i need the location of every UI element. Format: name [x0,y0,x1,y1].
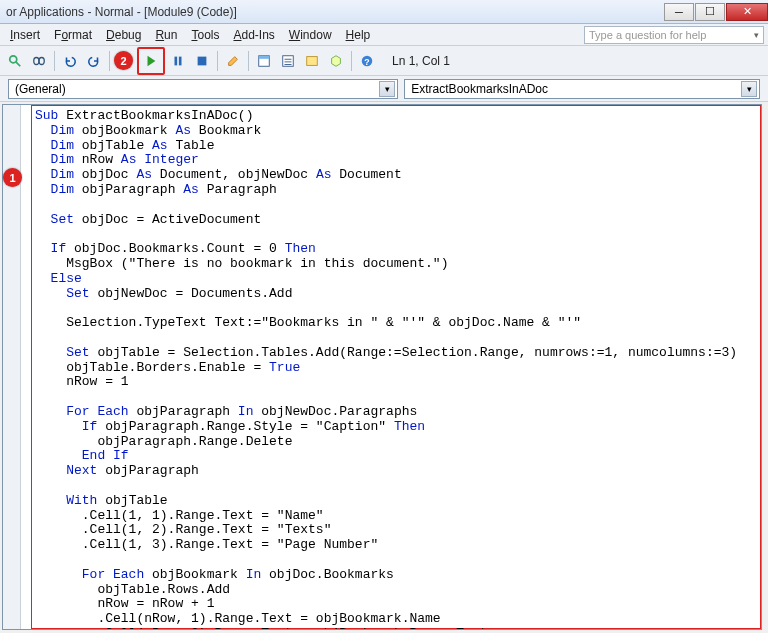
toolbar-separator [109,51,110,71]
object-combobox[interactable]: (General) ▾ [8,79,398,99]
menu-debug[interactable]: Debug [100,26,147,44]
break-button[interactable] [167,50,189,72]
undo-button[interactable] [59,50,81,72]
toolbar-separator [54,51,55,71]
project-explorer-button[interactable] [253,50,275,72]
object-browser-button[interactable] [301,50,323,72]
design-mode-button[interactable] [222,50,244,72]
callout-2: 2 [114,51,133,70]
run-button[interactable] [140,50,162,72]
menu-insert[interactable]: Insert [4,26,46,44]
menu-tools[interactable]: Tools [185,26,225,44]
svg-rect-9 [259,55,270,58]
menu-window[interactable]: Window [283,26,338,44]
svg-rect-14 [307,56,318,65]
menu-help[interactable]: Help [340,26,377,44]
reset-button[interactable] [191,50,213,72]
cursor-position: Ln 1, Col 1 [392,54,450,68]
svg-point-2 [34,57,39,64]
replace-button[interactable] [28,50,50,72]
window-title: or Applications - Normal - [Module9 (Cod… [6,5,237,19]
svg-line-1 [16,61,20,65]
object-procedure-row: (General) ▾ ExtractBookmarksInADoc ▾ [0,76,768,102]
find-button[interactable] [4,50,26,72]
toolbar-separator [248,51,249,71]
svg-point-3 [39,57,44,64]
toolbar-separator [217,51,218,71]
toolbar: 2 ? Ln 1, Col 1 [0,46,768,76]
svg-rect-4 [175,56,178,65]
help-search-box[interactable]: Type a question for help ▾ [584,26,764,44]
menu-run[interactable]: Run [149,26,183,44]
object-combobox-value: (General) [15,82,66,96]
maximize-button[interactable]: ☐ [695,3,725,21]
run-button-highlight [137,47,165,75]
menubar-items: Insert Format Debug Run Tools Add-Ins Wi… [4,26,376,44]
svg-point-0 [10,55,17,62]
callout-1: 1 [3,168,22,187]
svg-rect-5 [179,56,182,65]
window-controls: ─ ☐ ✕ [663,3,768,21]
menu-format[interactable]: Format [48,26,98,44]
code-editor[interactable]: Sub ExtractBookmarksInADoc() Dim objBook… [2,104,762,630]
titlebar: or Applications - Normal - [Module9 (Cod… [0,0,768,24]
help-button[interactable]: ? [356,50,378,72]
chevron-down-icon: ▾ [379,81,395,97]
chevron-down-icon: ▾ [754,30,759,40]
menubar: Insert Format Debug Run Tools Add-Ins Wi… [0,24,768,46]
close-button[interactable]: ✕ [726,3,768,21]
toolbar-separator [351,51,352,71]
help-placeholder: Type a question for help [589,29,706,41]
procedure-combobox-value: ExtractBookmarksInADoc [411,82,548,96]
svg-rect-6 [198,56,207,65]
menu-addins[interactable]: Add-Ins [227,26,280,44]
toolbox-button[interactable] [325,50,347,72]
code-content: Sub ExtractBookmarksInADoc() Dim objBook… [35,109,762,630]
svg-text:?: ? [364,56,369,66]
procedure-combobox[interactable]: ExtractBookmarksInADoc ▾ [404,79,760,99]
redo-button[interactable] [83,50,105,72]
chevron-down-icon: ▾ [741,81,757,97]
properties-button[interactable] [277,50,299,72]
minimize-button[interactable]: ─ [664,3,694,21]
